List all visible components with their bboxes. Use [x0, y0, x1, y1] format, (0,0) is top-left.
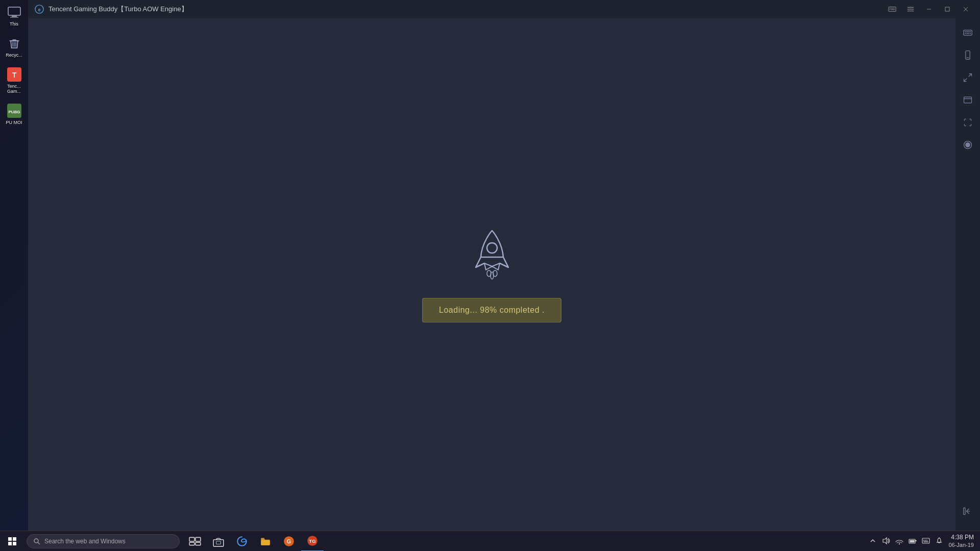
- svg-rect-48: [964, 508, 965, 514]
- minimize-button[interactable]: [921, 2, 937, 16]
- svg-rect-59: [213, 539, 224, 546]
- loading-container: Loading... 98% completed .: [422, 227, 561, 322]
- system-clock[interactable]: 4:38 PM 06-Jan-19: [948, 534, 974, 549]
- sidebar-back-btn[interactable]: [959, 502, 977, 520]
- title-bar: e Tencent Gaming Buddy【Turbo AOW Engine】: [28, 0, 980, 18]
- taskbar-search-placeholder: Search the web and Windows: [44, 538, 126, 545]
- svg-rect-61: [261, 540, 270, 545]
- svg-rect-52: [13, 542, 16, 545]
- svg-rect-49: [8, 537, 12, 541]
- svg-rect-70: [910, 540, 915, 543]
- taskbar-edge[interactable]: [231, 531, 253, 552]
- sidebar-record-btn[interactable]: [959, 136, 977, 154]
- taskbar-system-tray: 4:38 PM 06-Jan-19: [868, 534, 980, 549]
- main-viewport: Loading... 98% completed .: [28, 18, 955, 531]
- svg-rect-2: [10, 17, 18, 18]
- taskbar-store[interactable]: [207, 531, 230, 552]
- right-sidebar: [955, 18, 980, 531]
- app-logo: e: [34, 4, 44, 14]
- sidebar-keyboard-btn[interactable]: [959, 23, 977, 42]
- tray-expand-icon[interactable]: [868, 536, 878, 546]
- svg-rect-12: [889, 7, 896, 12]
- app-content: Loading... 98% completed .: [28, 18, 980, 531]
- desktop-icon-pubg-label: PU MOI: [6, 120, 22, 126]
- svg-rect-57: [189, 542, 194, 545]
- title-bar-controls: [884, 2, 974, 16]
- taskbar-app1[interactable]: G: [278, 531, 300, 552]
- sidebar-window-btn[interactable]: [959, 91, 977, 109]
- taskbar-apps: G TG: [184, 531, 324, 552]
- sidebar-expand-btn[interactable]: [959, 68, 977, 87]
- svg-point-53: [34, 539, 38, 543]
- app-window: e Tencent Gaming Buddy【Turbo AOW Engine】: [28, 0, 980, 531]
- svg-rect-0: [8, 7, 20, 15]
- tray-battery-icon[interactable]: [908, 536, 918, 546]
- svg-rect-51: [8, 542, 12, 545]
- svg-line-42: [964, 79, 967, 82]
- tray-keyboard-icon[interactable]: [921, 536, 931, 546]
- rocket-icon: [467, 227, 518, 283]
- loading-text-box: Loading... 98% completed .: [422, 298, 561, 322]
- svg-rect-50: [13, 537, 16, 541]
- svg-text:G: G: [287, 538, 291, 544]
- desktop-icons-panel: This Recyc... T: [0, 0, 28, 551]
- svg-rect-60: [216, 541, 221, 544]
- taskbar-search[interactable]: Search the web and Windows: [27, 534, 180, 548]
- desktop-icon-tencent[interactable]: T Tenc...Gam...: [0, 62, 28, 99]
- svg-marker-66: [883, 538, 887, 544]
- desktop-icon-pubg[interactable]: PUBG PU MOI: [0, 98, 28, 130]
- svg-point-26: [487, 243, 497, 253]
- svg-rect-1: [12, 15, 17, 17]
- sidebar-screenshot-btn[interactable]: [959, 113, 977, 132]
- desktop-icon-recycle-bin-label: Recyc...: [6, 53, 22, 58]
- svg-rect-39: [966, 51, 970, 60]
- svg-rect-56: [195, 537, 201, 541]
- svg-text:e: e: [38, 7, 40, 12]
- svg-rect-71: [922, 538, 929, 543]
- svg-rect-30: [964, 30, 972, 35]
- desktop-icon-recycle-bin[interactable]: Recyc...: [0, 31, 28, 62]
- start-button[interactable]: [0, 531, 24, 552]
- svg-text:T: T: [12, 71, 16, 79]
- svg-rect-43: [964, 97, 972, 103]
- svg-rect-55: [189, 537, 194, 541]
- svg-rect-23: [945, 7, 949, 11]
- close-button[interactable]: [958, 2, 974, 16]
- desktop: This Recyc... T: [0, 0, 980, 551]
- sidebar-mobile-btn[interactable]: [959, 46, 977, 64]
- desktop-icon-this-pc[interactable]: This: [0, 0, 28, 31]
- svg-point-67: [899, 543, 900, 544]
- loading-text: Loading... 98% completed .: [439, 306, 545, 314]
- desktop-icon-tencent-label: Tenc...Gam...: [7, 84, 21, 95]
- clock-date: 06-Jan-19: [948, 541, 974, 548]
- app-title: Tencent Gaming Buddy【Turbo AOW Engine】: [48, 5, 884, 14]
- titlebar-menu-btn[interactable]: [902, 2, 919, 16]
- maximize-button[interactable]: [939, 2, 955, 16]
- svg-text:TG: TG: [309, 538, 316, 544]
- titlebar-keyboard-btn[interactable]: [884, 2, 900, 16]
- svg-text:PUBG: PUBG: [8, 110, 20, 114]
- tray-volume-icon[interactable]: [881, 536, 891, 546]
- taskbar: Search the web and Windows: [0, 531, 980, 551]
- svg-rect-58: [195, 542, 201, 545]
- svg-line-54: [38, 542, 40, 544]
- desktop-icon-this-pc-label: This: [10, 21, 18, 27]
- tray-network-icon[interactable]: [894, 536, 904, 546]
- clock-time: 4:38 PM: [948, 534, 974, 542]
- svg-point-46: [966, 143, 970, 147]
- svg-line-41: [969, 74, 972, 77]
- tray-notification-icon[interactable]: [934, 536, 944, 546]
- taskbar-app2-active[interactable]: TG: [301, 531, 324, 552]
- tray-icons: [868, 536, 944, 546]
- taskbar-file-explorer[interactable]: [254, 531, 277, 552]
- taskbar-task-view[interactable]: [184, 531, 206, 552]
